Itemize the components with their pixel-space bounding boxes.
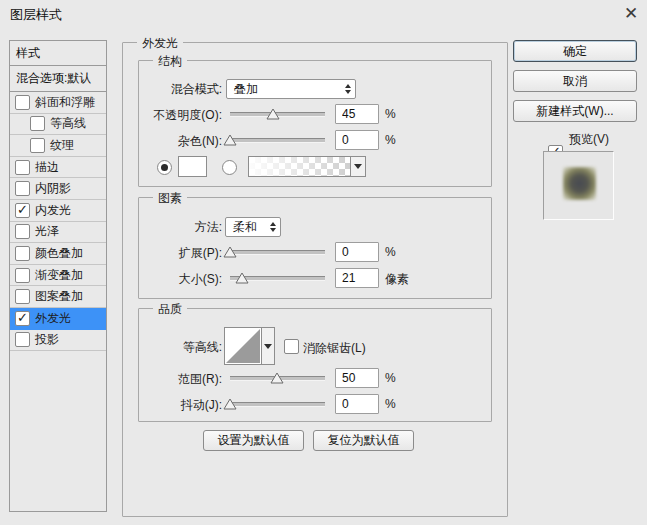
sidebar-item-color-overlay[interactable]: 颜色叠加 — [10, 243, 106, 265]
spread-unit: % — [385, 245, 396, 259]
blend-mode-select[interactable]: 叠加 — [226, 79, 356, 99]
color-radio[interactable] — [157, 160, 172, 175]
sidebar-item-label: 斜面和浮雕 — [35, 94, 95, 111]
reset-default-button[interactable]: 复位为默认值 — [313, 430, 414, 451]
noise-unit: % — [385, 133, 396, 147]
texture-checkbox[interactable] — [30, 138, 45, 153]
inner-shadow-checkbox[interactable] — [15, 181, 30, 196]
anti-alias-checkbox[interactable] — [284, 339, 299, 354]
elements-group-title: 图素 — [153, 190, 187, 207]
sidebar-item-bevel-emboss[interactable]: 斜面和浮雕 — [10, 92, 106, 114]
sidebar-item-label: 纹理 — [50, 137, 74, 154]
gradient-radio[interactable] — [222, 160, 237, 175]
styles-sidebar: 样式 混合选项:默认 斜面和浮雕等高线纹理描边内阴影内发光光泽颜色叠加渐变叠加图… — [9, 40, 107, 512]
sidebar-header-styles: 样式 — [10, 41, 106, 66]
layer-style-dialog: { "dialog": { "title": "图层样式", "close_gl… — [0, 0, 647, 525]
updown-arrows-icon — [270, 222, 276, 232]
sidebar-item-label: 内阴影 — [35, 180, 71, 197]
jitter-input[interactable] — [335, 394, 379, 414]
close-icon[interactable]: ✕ — [619, 1, 643, 25]
opacity-slider[interactable] — [230, 108, 325, 121]
panel-title: 外发光 — [137, 35, 183, 52]
style-preview-thumbnail — [543, 151, 614, 220]
range-input[interactable] — [335, 368, 379, 388]
sidebar-item-outer-glow[interactable]: 外发光 — [10, 308, 106, 330]
sidebar-item-label: 内发光 — [35, 202, 71, 219]
new-style-button[interactable]: 新建样式(W)... — [513, 100, 637, 122]
preview-label: 预览(V) — [569, 131, 609, 148]
size-unit: 像素 — [385, 271, 409, 288]
contour-thumbnail[interactable] — [225, 328, 261, 364]
slider-thumb[interactable] — [223, 134, 237, 146]
color-overlay-checkbox[interactable] — [15, 246, 30, 261]
gradient-preview[interactable] — [249, 157, 350, 176]
sidebar-item-inner-glow[interactable]: 内发光 — [10, 200, 106, 222]
opacity-unit: % — [385, 107, 396, 121]
opacity-input[interactable] — [335, 104, 379, 124]
sidebar-item-texture[interactable]: 纹理 — [10, 135, 106, 157]
sidebar-item-contour[interactable]: 等高线 — [10, 114, 106, 136]
range-unit: % — [385, 371, 396, 385]
bevel-emboss-checkbox[interactable] — [15, 95, 30, 110]
stroke-checkbox[interactable] — [15, 160, 30, 175]
contour-checkbox[interactable] — [30, 116, 45, 131]
sidebar-item-drop-shadow[interactable]: 投影 — [10, 330, 106, 352]
sidebar-item-label: 图案叠加 — [35, 288, 83, 305]
size-label: 大小(S): — [179, 271, 222, 288]
glow-gradient-picker[interactable] — [248, 156, 366, 177]
glow-preview-blob — [563, 167, 596, 200]
spread-slider[interactable] — [230, 246, 325, 259]
slider-thumb[interactable] — [223, 398, 237, 410]
technique-value: 柔和 — [233, 219, 257, 236]
anti-alias-label: 消除锯齿(L) — [303, 340, 366, 357]
outer-glow-checkbox[interactable] — [15, 311, 30, 326]
satin-checkbox[interactable] — [15, 224, 30, 239]
glow-color-swatch[interactable] — [178, 156, 207, 177]
set-default-button[interactable]: 设置为默认值 — [203, 430, 304, 451]
sidebar-item-pattern-overlay[interactable]: 图案叠加 — [10, 286, 106, 308]
sidebar-item-label: 渐变叠加 — [35, 267, 83, 284]
slider-thumb[interactable] — [223, 246, 237, 258]
slider-thumb[interactable] — [270, 372, 284, 384]
noise-slider[interactable] — [230, 134, 325, 147]
jitter-slider[interactable] — [230, 398, 325, 411]
spread-input[interactable] — [335, 242, 379, 262]
gradient-overlay-checkbox[interactable] — [15, 268, 30, 283]
contour-picker[interactable] — [224, 327, 275, 365]
sidebar-item-label: 等高线 — [50, 115, 86, 132]
cancel-button[interactable]: 取消 — [513, 70, 637, 92]
sidebar-item-label: 光泽 — [35, 223, 59, 240]
dialog-title: 图层样式 — [10, 6, 62, 24]
slider-thumb[interactable] — [235, 272, 249, 284]
updown-arrows-icon — [345, 84, 351, 94]
range-label: 范围(R): — [178, 371, 222, 388]
sidebar-item-inner-shadow[interactable]: 内阴影 — [10, 178, 106, 200]
sidebar-item-label: 外发光 — [35, 310, 71, 327]
blend-mode-value: 叠加 — [234, 81, 258, 98]
range-slider[interactable] — [230, 372, 325, 385]
blend-mode-label: 混合模式: — [171, 81, 222, 98]
sidebar-item-label: 颜色叠加 — [35, 245, 83, 262]
technique-select[interactable]: 柔和 — [225, 217, 281, 237]
ok-button[interactable]: 确定 — [513, 40, 637, 62]
spread-label: 扩展(P): — [179, 245, 222, 262]
quality-group-title: 品质 — [153, 301, 187, 318]
chevron-down-icon[interactable] — [350, 157, 365, 176]
structure-group-title: 结构 — [153, 53, 187, 70]
size-input[interactable] — [335, 268, 379, 288]
noise-input[interactable] — [335, 130, 379, 150]
noise-label: 杂色(N): — [178, 133, 222, 150]
slider-track — [230, 402, 325, 407]
sidebar-item-blending-options[interactable]: 混合选项:默认 — [10, 66, 106, 92]
chevron-down-icon[interactable] — [261, 328, 274, 364]
sidebar-item-stroke[interactable]: 描边 — [10, 157, 106, 179]
size-slider[interactable] — [230, 272, 325, 285]
sidebar-item-gradient-overlay[interactable]: 渐变叠加 — [10, 265, 106, 287]
inner-glow-checkbox[interactable] — [15, 203, 30, 218]
sidebar-item-satin[interactable]: 光泽 — [10, 222, 106, 244]
slider-thumb[interactable] — [266, 108, 280, 120]
drop-shadow-checkbox[interactable] — [15, 332, 30, 347]
sidebar-item-label: 投影 — [35, 331, 59, 348]
pattern-overlay-checkbox[interactable] — [15, 289, 30, 304]
technique-label: 方法: — [195, 219, 222, 236]
